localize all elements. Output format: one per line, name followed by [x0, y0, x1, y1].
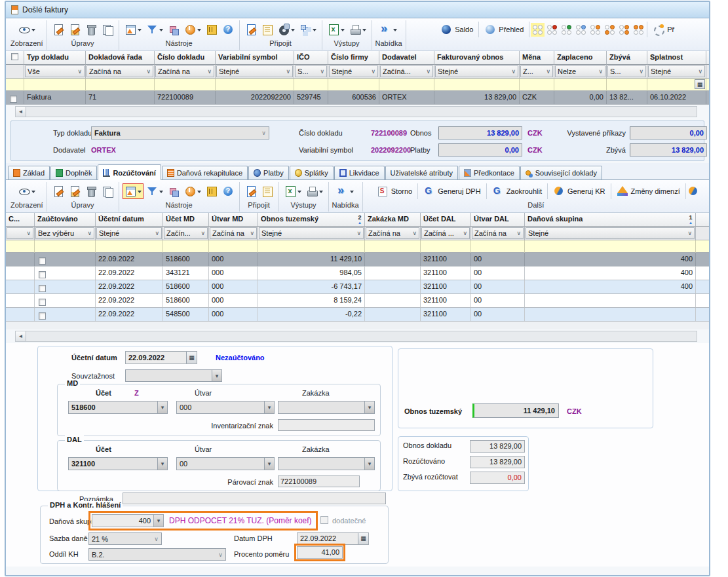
toolbar-button-checklist[interactable] [259, 22, 275, 37]
column-header-x[interactable] [6, 51, 24, 65]
column-header-ucet-dal[interactable]: Účet DAL [421, 213, 471, 227]
rozuctovani-hscrollbar[interactable]: ◄ [15, 331, 697, 342]
toolbar-button-page-new[interactable] [50, 183, 66, 199]
dropdown-button-icon[interactable]: ▾ [153, 515, 163, 527]
toolbar-button-printer[interactable] [304, 183, 325, 199]
md-ucet-select[interactable]: 518600▾ [68, 401, 168, 414]
column-header-variabilni-symbol[interactable]: Variabilní symbol [216, 51, 294, 65]
search-input-cell[interactable] [365, 240, 421, 253]
md-zakazka-select[interactable]: ▾ [278, 401, 375, 414]
search-input-cell[interactable] [421, 240, 471, 253]
dropdown-button-icon[interactable]: ▾ [364, 401, 374, 413]
poznamka-field[interactable] [123, 493, 386, 504]
column-header-fakturovany-obnos[interactable]: Fakturovaný obnos [434, 51, 520, 65]
select-all-checkbox[interactable] [11, 53, 18, 60]
column-header-zaplaceno[interactable]: Zaplaceno [554, 51, 607, 65]
column-header-ico[interactable]: IČO [294, 51, 328, 65]
toolbar-button-page-edit[interactable] [67, 183, 83, 199]
column-header-c[interactable]: C... [6, 213, 35, 227]
filter-dropdown[interactable]: S...∨ [295, 65, 327, 77]
search-input-cell[interactable] [24, 79, 86, 91]
tab-likvidace[interactable]: Likvidace [334, 166, 385, 179]
souvztaznost-select[interactable]: ▾ [125, 369, 222, 382]
dal-ucet-select[interactable]: 321100▾ [68, 457, 168, 470]
search-input-cell[interactable]: ▦ [647, 79, 706, 91]
filter-dropdown[interactable]: S...∨ [607, 65, 646, 77]
column-header-typ-dokladu[interactable]: Typ dokladu [24, 51, 86, 65]
tab-splatky[interactable]: Splátky [290, 166, 334, 179]
search-input-cell[interactable] [554, 79, 607, 91]
clover-icon-3[interactable] [560, 23, 573, 37]
search-input-cell[interactable] [525, 240, 696, 253]
scroll-left-icon[interactable]: ◄ [16, 107, 26, 117]
oddil-kh-select[interactable]: B.2.∨ [88, 548, 226, 561]
column-header-dokladova-rada[interactable]: Dokladová řada [86, 51, 155, 65]
button-storno[interactable]: Storno [373, 184, 416, 198]
column-header-utvar-md[interactable]: Útvar MD [209, 213, 258, 227]
filter-dropdown[interactable]: ∨ [7, 227, 33, 239]
column-header-danova-skupina[interactable]: Daňová skupina1▲ [525, 213, 696, 227]
toolbar-button-checklist[interactable] [259, 183, 275, 199]
toolbar-button-chevrons[interactable] [378, 22, 399, 37]
filter-dropdown[interactable]: Začíná na∨ [155, 65, 214, 77]
inv-znak-field[interactable] [278, 419, 375, 431]
search-input-cell[interactable] [607, 79, 647, 91]
tab-rozuctovani[interactable]: Rozúčtování [98, 164, 161, 180]
toolbar-button-disc[interactable] [276, 22, 297, 37]
toolbar-button-sliders[interactable] [204, 183, 220, 199]
md-utvar-select[interactable]: 000▾ [176, 401, 275, 414]
column-header-dodavatel[interactable]: Dodavatel [379, 51, 434, 65]
toolbar-button-eye[interactable] [16, 22, 37, 37]
filter-dropdown[interactable]: Začíná na∨ [210, 227, 257, 239]
ucetni-datum-field[interactable]: 22.09.2022▦ [125, 351, 197, 364]
button-pr[interactable]: Př [649, 22, 678, 37]
button-generuj-dph[interactable]: Generuj DPH [419, 184, 484, 198]
typ-dokladu-select[interactable]: Faktura∨ [91, 126, 269, 140]
dropdown-button-icon[interactable]: ▾ [264, 458, 274, 470]
clover-icon-4[interactable] [574, 23, 588, 37]
table-row[interactable]: 22.09.2022548500000-0,2232110000 [6, 308, 709, 322]
search-input-cell[interactable] [216, 79, 294, 91]
filter-dropdown[interactable]: Začíná...∨ [380, 65, 433, 77]
search-input-cell[interactable] [163, 240, 209, 253]
filter-dropdown[interactable]: Stejné∨ [435, 65, 518, 77]
clover-icon-1[interactable] [531, 23, 545, 37]
danova-skupina-field[interactable]: 400▾ [92, 514, 164, 527]
column-header-mena[interactable]: Měna [520, 51, 554, 65]
toolbar-button-flow[interactable] [297, 22, 318, 37]
filter-dropdown[interactable]: Začíná na∨ [472, 227, 524, 239]
search-input-cell[interactable] [6, 79, 24, 91]
toolbar-button-note[interactable] [243, 22, 259, 37]
toolbar-button-grid[interactable] [123, 22, 144, 37]
filter-dropdown[interactable]: Začíná na∨ [86, 65, 153, 77]
toolbar-button-chevrons[interactable] [335, 183, 356, 199]
search-input-cell[interactable] [294, 79, 328, 91]
clover-icon-2[interactable] [545, 23, 559, 37]
window-titlebar[interactable]: Došlé faktury [6, 2, 709, 18]
column-header-cislo-dokladu[interactable]: Číslo dokladu [155, 51, 216, 65]
filter-dropdown[interactable]: Začíná na∨ [366, 227, 419, 239]
search-input-cell[interactable] [35, 240, 96, 253]
column-header-ucetni-datum[interactable]: Účetní datum [96, 213, 163, 227]
toolbar-button-funnel[interactable] [144, 183, 165, 199]
dropdown-button-icon[interactable]: ▾ [364, 458, 374, 470]
parovaci-field[interactable]: 722100089 [278, 475, 360, 487]
tab-souvisejici-doklady[interactable]: Související doklady [520, 166, 602, 179]
toolbar-button-page-new[interactable] [50, 22, 66, 37]
dropdown-button-icon[interactable]: ▾ [157, 458, 167, 470]
toolbar-button-funnel[interactable] [144, 22, 165, 37]
invoices-hscrollbar[interactable]: ◄ [15, 106, 697, 117]
filter-dropdown[interactable]: Vše∨ [25, 65, 85, 77]
search-input-cell[interactable] [520, 79, 554, 91]
calendar-icon[interactable]: ▦ [358, 533, 368, 544]
column-header-zakazka-md[interactable]: Zakázka MD [365, 213, 421, 227]
dal-zakazka-select[interactable]: ▾ [278, 457, 375, 470]
column-header-splatnost[interactable]: Splatnost [647, 51, 706, 65]
filter-dropdown[interactable]: Stejné∨ [216, 65, 293, 77]
sazba-dane-select[interactable]: 21 %∨ [88, 532, 162, 545]
button-zmeny-dimenzi[interactable]: Změny dimenzí [613, 184, 684, 198]
tab-zaklad[interactable]: Základ [8, 166, 50, 179]
filter-dropdown[interactable]: Nelze∨ [555, 65, 605, 77]
dodatecne-checkbox[interactable] [320, 516, 328, 524]
dal-utvar-select[interactable]: 00▾ [176, 457, 275, 470]
